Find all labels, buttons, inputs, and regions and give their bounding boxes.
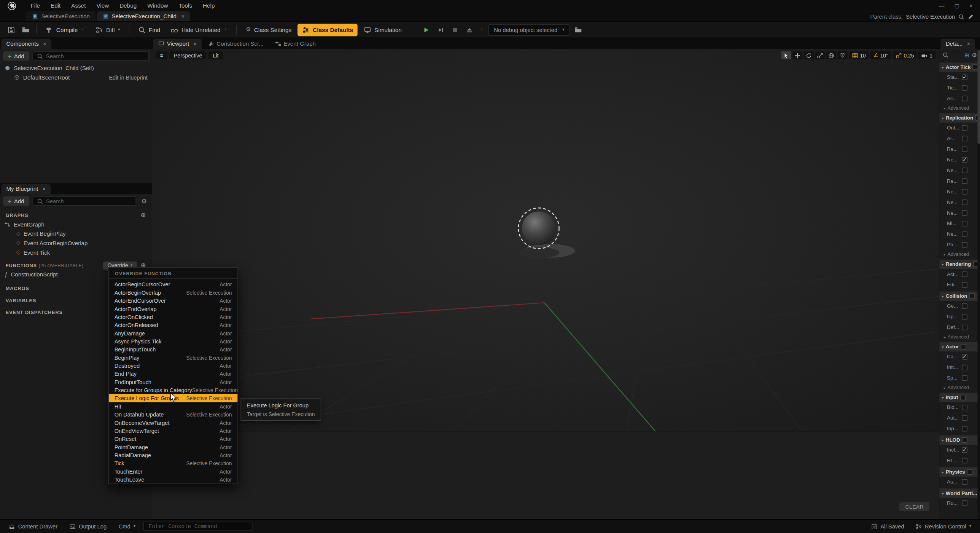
save-status[interactable]: All Saved [867,521,908,531]
tab-viewport[interactable]: Viewport × [153,39,202,49]
override-menu-item[interactable]: Async Physics Tick Actor [109,337,237,345]
find-button[interactable]: Find [134,24,165,36]
override-menu-item[interactable]: Tick Selective Execution [109,459,237,467]
save-button[interactable] [5,24,18,36]
menu-item[interactable]: Edit [46,1,66,10]
revision-control-button[interactable]: Revision Control ▾ [911,521,976,531]
details-entry[interactable]: HLOD [939,435,980,445]
hide-unrelated-button[interactable]: Hide Unrelated ⋮ [167,24,232,36]
cmd-dropdown-button[interactable]: Cmd ▾ [114,521,140,531]
property-checkbox[interactable] [962,168,967,173]
edit-in-blueprint-link[interactable]: Edit in Blueprint [109,74,147,80]
override-menu-item[interactable]: OnReset Actor [109,435,237,443]
property-checkbox[interactable] [962,365,967,370]
property-checkbox[interactable] [962,178,967,184]
property-checkbox[interactable] [962,85,967,91]
property-checkbox[interactable] [962,447,967,453]
display-filter-icon[interactable]: ⊞ [965,52,969,58]
property-checkbox[interactable] [962,282,967,288]
property-checkbox[interactable] [962,426,967,432]
diff-button[interactable]: Diff ▾ [91,24,124,36]
view-mode-button[interactable]: Lit [208,51,223,59]
property-checkbox[interactable] [962,405,967,410]
debug-object-select[interactable]: No debug object selected ▾ [488,24,570,35]
kebab-icon[interactable]: ⋮ [224,28,228,32]
details-entry[interactable]: Re... [939,144,980,155]
property-checkbox[interactable] [962,458,967,464]
property-checkbox[interactable] [962,189,967,195]
add-new-button[interactable]: + Add [3,196,29,206]
tab-construction-script[interactable]: Construction Scr... [203,39,269,49]
details-entry[interactable]: Init... [939,362,980,373]
property-checkbox[interactable] [962,271,967,277]
tab-components[interactable]: Components × [1,39,51,49]
menu-item[interactable]: View [91,1,114,10]
override-menu-item[interactable]: PointDamage Actor [109,443,237,451]
property-checkbox[interactable] [962,125,967,131]
class-settings-button[interactable]: ⚙ Class Settings [242,24,296,35]
components-search-input[interactable]: Search [32,51,149,61]
details-entry[interactable]: Re... [939,176,980,187]
property-checkbox[interactable] [967,469,972,475]
details-scrollbar[interactable] [977,49,980,519]
content-drawer-button[interactable]: Content Drawer [5,521,62,531]
details-entry[interactable]: Ne... [939,197,980,208]
my-blueprint-search-input[interactable]: Search [32,196,136,206]
property-checkbox[interactable] [962,479,967,485]
details-entry[interactable]: As... [939,477,980,487]
component-row-scene-root[interactable]: DefaultSceneRoot Edit in Blueprint [0,73,152,82]
tab-selectiveexecution-child[interactable]: SelectiveExecution_Child × [97,11,190,21]
details-entry[interactable]: Rendering [939,260,980,269]
surface-snap-button[interactable] [837,51,847,59]
details-entry[interactable]: All... [939,93,980,104]
play-button[interactable] [420,24,433,36]
search-icon[interactable] [942,52,948,58]
details-entry[interactable]: Aut... [939,413,980,423]
details-entry[interactable]: Replication [939,113,980,123]
property-checkbox[interactable] [962,415,967,421]
tab-selectiveexecution[interactable]: SelectiveExecution [26,11,95,21]
details-entry[interactable]: Ne... [939,229,980,239]
override-menu-item[interactable]: OnEndViewTarget Actor [109,426,237,434]
override-menu-item[interactable]: ActorOnReleased Actor [109,321,237,329]
property-checkbox[interactable] [962,146,967,152]
tab-details[interactable]: Deta... × [941,39,975,49]
menu-item[interactable]: Window [142,1,173,10]
details-entry[interactable]: Advanced [939,383,980,391]
override-menu-item[interactable]: TouchLeave Actor [109,476,237,484]
details-entry[interactable]: Edi... [939,279,980,290]
details-entry[interactable]: Actor Tick [939,62,980,72]
close-icon[interactable]: × [181,14,185,19]
menu-item[interactable]: Debug [115,1,142,10]
menu-item[interactable]: Tools [173,1,197,10]
menu-item[interactable]: Asset [66,1,91,10]
property-checkbox[interactable] [962,96,967,101]
details-entry[interactable]: Collision [939,292,980,301]
clear-button[interactable]: CLEAR [900,502,929,511]
override-menu-item[interactable]: Hit Actor [109,402,237,410]
override-menu-item[interactable]: ActorOnClicked Actor [109,313,237,321]
output-log-button[interactable]: Output Log [65,521,111,531]
property-checkbox[interactable] [962,199,967,205]
override-menu-item[interactable]: EndInputTouch Actor [109,378,237,386]
details-entry[interactable]: Blo... [939,402,980,413]
add-graph-icon[interactable]: ⊕ [141,212,146,218]
details-entry[interactable]: Incl... [939,445,980,455]
override-menu-item[interactable]: ActorEndCursorOver Actor [109,297,237,305]
scale-snap-control[interactable]: 0.25 [892,51,917,59]
details-entry[interactable]: Ne... [939,165,980,176]
details-entry[interactable]: Input [939,393,980,402]
details-entry[interactable]: Ph... [939,239,980,250]
property-checkbox[interactable] [960,395,966,401]
details-settings-icon[interactable]: ⚙ [972,52,977,58]
graphs-section-header[interactable]: GRAPHS ⊕ [0,211,152,220]
maximize-button[interactable]: ▢ [955,3,959,9]
grid-snap-control[interactable]: 10 [849,51,869,59]
property-checkbox[interactable] [962,210,967,216]
override-menu-item[interactable]: ActorBeginOverlap Selective Execution [109,288,237,296]
override-menu-item[interactable]: OnBecomeViewTarget Actor [109,418,237,426]
details-entry[interactable]: World Parti... [939,488,980,498]
property-checkbox[interactable] [962,437,968,443]
property-checkbox[interactable] [969,294,975,299]
property-checkbox[interactable] [962,354,967,360]
